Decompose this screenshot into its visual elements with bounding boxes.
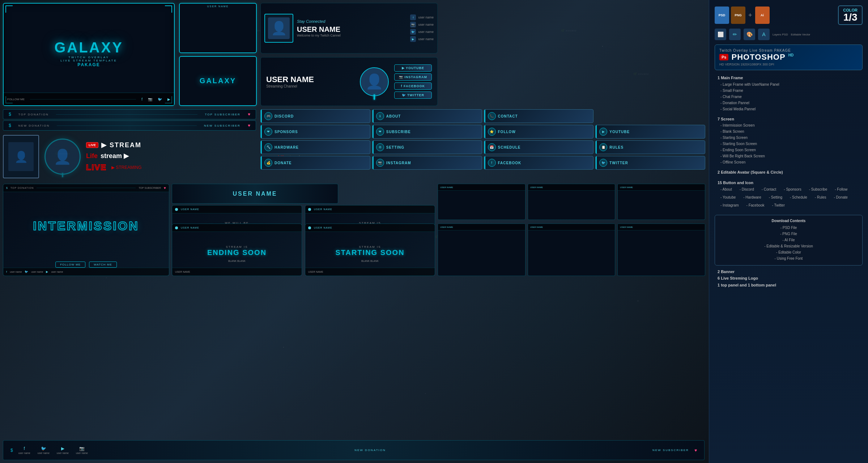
- ending-dot: [175, 226, 178, 229]
- starting-sub: STREAM IS: [359, 245, 381, 249]
- social-ig-icon: 📷: [410, 22, 416, 27]
- galaxy-title: GALAXY: [54, 39, 123, 55]
- instagram-btn[interactable]: 📷 INSTAGRAM: [394, 73, 432, 81]
- about-label: ABOUT: [386, 114, 401, 118]
- editable-label: Editable Vector: [791, 33, 810, 36]
- bottom-ig: 📷 user name: [76, 446, 88, 454]
- intermission-top-bar: $ TOP DONATION TOP SUBSCRIBER ♥: [3, 184, 169, 192]
- social-item-yt: ▶ user name: [410, 36, 434, 42]
- avatar-circle-wrap: [360, 67, 389, 96]
- instagram-btn-grid[interactable]: 📷 INSTAGRAM: [372, 156, 482, 170]
- screen-item-6: - Will Be Right Back Screen: [715, 153, 863, 159]
- drip-effect: [374, 94, 375, 100]
- discord-btn[interactable]: 🎮 DISCORD: [260, 109, 370, 123]
- follow-watch-btns: FOLLOW ME WATCH ME: [55, 262, 117, 268]
- follow-btn[interactable]: ⭐ FOLLOW: [484, 125, 594, 139]
- starting-top: USER NAME: [305, 224, 435, 232]
- btn-item-10: - Schedule: [784, 194, 807, 200]
- bottom-tw: 🐦 user name: [38, 446, 50, 454]
- schedule-btn[interactable]: 📅 SCHEDULE: [484, 140, 594, 154]
- intermission-top-sub: TOP SUBSCRIBER: [139, 187, 161, 189]
- sidebar-main-frame: 1 Main Frame - Large Frame with UserName…: [715, 75, 863, 112]
- twitter-icon: 🐦: [599, 159, 607, 167]
- rules-label: RULES: [609, 145, 624, 149]
- screen-item-5: - Ending Soon Screen: [715, 147, 863, 153]
- hardware-btn[interactable]: 🔧 HARDWARE: [260, 140, 370, 154]
- bottom-yt-icon: ▶: [61, 446, 64, 451]
- user-info: Stay Connected USER NAME Welcome to my T…: [297, 19, 407, 37]
- ending-bottom-bar: USER NAME: [172, 268, 302, 276]
- bss-3: USER NAME: [617, 224, 705, 276]
- bss2-top: USER NAME: [528, 224, 615, 230]
- buttons-title: 15 Button and Icon: [715, 179, 863, 186]
- btn-item-3: - Contact: [756, 186, 776, 192]
- follow-label: FOLLOW: [498, 130, 516, 134]
- youtube-btn-grid[interactable]: ▶ YOUTUBE: [595, 125, 705, 139]
- donate-label: DONATE: [275, 161, 292, 165]
- bss3-top: USER NAME: [618, 224, 705, 230]
- facebook-btn[interactable]: f FACEBOOK: [394, 82, 432, 90]
- live-logo-title: 6 Live Streming Logo: [715, 275, 863, 282]
- new-donation-label: NEW DONATION: [18, 124, 50, 127]
- bottom-new-donation: NEW DONATION: [354, 449, 386, 452]
- ending-bottom-info: BLANK BLANK: [228, 260, 246, 262]
- rules-btn[interactable]: 📋 RULES: [595, 140, 705, 154]
- bss-2: USER NAME: [528, 224, 616, 276]
- envato-wm-4: 🌿 envato: [561, 29, 576, 32]
- small-screen-3: USER NAME: [617, 184, 705, 220]
- bottom-yt-name: user name: [57, 452, 69, 454]
- twitter-btn-grid[interactable]: 🐦 TWITTER: [595, 156, 705, 170]
- right-back-dot: [175, 208, 178, 211]
- intermission-bar-icon: $: [6, 187, 8, 189]
- large-galaxy-frame: GALAXY TWITCH OVERLAY LIVE STREAM TEMPLA…: [3, 3, 175, 106]
- live-logo-2: Life stream ▶: [86, 152, 274, 160]
- ps-hd: HD: [788, 53, 793, 57]
- discord-icon: 🎮: [264, 112, 272, 120]
- stream-text-2: stream ▶: [101, 152, 129, 160]
- ss1-top: USER NAME: [438, 184, 525, 191]
- ending-bar-label: USER NAME: [181, 226, 199, 229]
- social-fb-icon: f: [410, 14, 416, 20]
- buttons-list: - About - Discord - Contact - Sponsors -…: [715, 186, 863, 208]
- intermission-tw-name: user name: [31, 271, 43, 273]
- avatar-circle-frame: 👤: [43, 135, 82, 178]
- live-logos-col: LIVE ▶ STREAM Life stream ▶ LIVE ▶ STREA…: [86, 141, 274, 172]
- facebook-icon: f: [488, 159, 496, 167]
- contact-btn[interactable]: 📞 CONTACT: [484, 109, 594, 123]
- ps-badge-title: Twitch Overlay Live Stream PAKAGE: [719, 48, 858, 52]
- sidebar-avatar: 2 Editable Avatar (Square & Circle): [715, 169, 863, 176]
- setting-btn[interactable]: ⚙ SETTING: [372, 140, 482, 154]
- btn-item-11: - Rules: [809, 194, 826, 200]
- btn-item-15: - Twitter: [766, 202, 785, 208]
- streaming-channel-text: Streaming Channel: [266, 84, 354, 88]
- galaxy-small: GALAXY: [200, 77, 236, 85]
- bottom-new-sub: NEW SUBSCRIBER: [652, 449, 689, 452]
- sponsors-btn[interactable]: ❤ SPONSORS: [260, 125, 370, 139]
- donation-icon-2: $: [9, 123, 11, 128]
- top-donation-label: TOP DONATION: [18, 113, 49, 116]
- social-yt-name: user name: [418, 37, 434, 41]
- follow-icon: ⭐: [488, 128, 496, 136]
- social-tw-name: user name: [418, 30, 434, 34]
- twitter-btn[interactable]: 🐦 TWITTER: [394, 92, 432, 99]
- yt-icon: ▶: [167, 97, 170, 101]
- subscribe-btn[interactable]: ❤ SUBSCRIBE: [372, 125, 482, 139]
- sidebar-screens: 7 Screen - Intermission Screen - Blank S…: [715, 116, 863, 166]
- file-icons: PSD PNG + Ai: [715, 7, 770, 24]
- color-badge: COLOR 1/3: [838, 5, 863, 25]
- top-subscriber-label: TOP SUBSCRIBER: [205, 113, 240, 116]
- watch-me-btn[interactable]: WATCH ME: [89, 262, 117, 268]
- follow-me-btn[interactable]: FOLLOW ME: [55, 262, 85, 268]
- ending-bottom-text: USER NAME: [175, 271, 190, 273]
- youtube-btn[interactable]: ▶ YOUTUBE: [394, 64, 432, 72]
- buttons-grid: 🎮 DISCORD ℹ ABOUT 📞 CONTACT ❤ SPONSORS: [260, 109, 705, 170]
- sponsors-label: SPONSORS: [275, 130, 298, 134]
- bottom-tw-icon: 🐦: [41, 446, 46, 451]
- screen-item-3: - Starting Screen: [715, 135, 863, 141]
- facebook-btn-grid[interactable]: f FACEBOOK: [484, 156, 594, 170]
- main-frame-item-1: - Large Frame with UserName Panel: [715, 81, 863, 88]
- donate-btn[interactable]: 💰 DONATE: [260, 156, 370, 170]
- about-btn[interactable]: ℹ ABOUT: [372, 109, 482, 123]
- welcome-text: Welcome to my Twitch Cannel: [297, 34, 407, 37]
- streaming-info: USER NAME Streaming Channel: [266, 75, 354, 88]
